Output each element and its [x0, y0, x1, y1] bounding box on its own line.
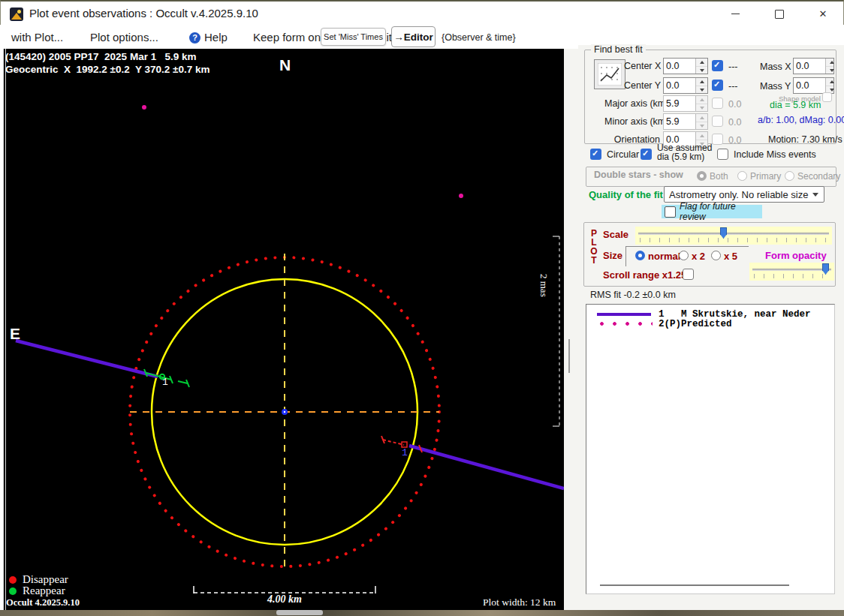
center-y-down-button[interactable] [696, 86, 707, 94]
scale-slider-thumb[interactable] [720, 227, 727, 239]
reappear-dot-icon [9, 587, 17, 595]
double-stars-both-radio [697, 171, 707, 181]
size-x5-radio[interactable] [711, 251, 721, 260]
scroll-range-checkbox[interactable] [683, 269, 694, 280]
include-miss-checkbox[interactable] [717, 149, 728, 160]
use-assumed-checkbox[interactable] [641, 149, 652, 160]
center-x-input[interactable] [664, 59, 695, 74]
orientation-checkbox [712, 134, 723, 145]
plot-canvas[interactable]: (145420) 2005 PP17 2025 Mar 1 5.9 kmGeoc… [3, 49, 564, 610]
center-y-up-button[interactable] [696, 78, 707, 86]
minimize-button[interactable] [718, 2, 752, 26]
list-bottom-rule [600, 584, 789, 586]
mass-x-up-button[interactable] [826, 59, 833, 67]
close-button[interactable]: ✕ [806, 2, 840, 26]
observation-2-name: Predicted [681, 319, 732, 329]
center-y-label: Center Y [624, 80, 660, 91]
mass-y-up-button[interactable] [826, 78, 833, 86]
close-icon: ✕ [819, 8, 827, 20]
major-axis-checkbox [712, 98, 723, 109]
mass-x-input[interactable] [794, 59, 825, 74]
chevron-down-icon [812, 193, 818, 197]
double-stars-group: Double stars - show Both Primary Seconda… [586, 167, 836, 187]
center-x-down-button[interactable] [696, 67, 707, 74]
menu-plot-options[interactable]: Plot options... [90, 31, 158, 44]
motion-label: Motion: 7.30 km/s [768, 134, 842, 145]
taskbar-fragment [276, 610, 323, 615]
observations-list[interactable]: 1 M Skrutskie, near Neder 2(P) Predicted [586, 304, 835, 594]
chord-left-number: 1 [162, 377, 168, 388]
maximize-icon [775, 10, 784, 19]
plot-width-label: Plot width: 12 km [483, 596, 556, 608]
double-stars-title: Double stars - show [594, 170, 683, 180]
mass-x-down-button[interactable] [826, 67, 833, 74]
quality-dropdown[interactable]: Astrometry only. No reliable size [664, 186, 824, 203]
quality-label: Quality of the fit [589, 189, 663, 200]
double-stars-primary-radio [737, 171, 747, 181]
minor-axis-label: Minor axis (km) [604, 116, 660, 127]
app-icon [10, 8, 23, 21]
middle-strip [564, 49, 578, 610]
mass-y-spinner [793, 77, 834, 94]
use-assumed-label: Use assumed dia (5.9 km) [657, 143, 712, 161]
chord-right-segment[interactable] [409, 446, 564, 488]
shape-model-checkbox [822, 92, 832, 102]
mass-y-input[interactable] [794, 78, 825, 93]
circular-label: Circular [607, 149, 639, 160]
scale-bar [194, 586, 375, 593]
major-axis-label: Major axis (km) [604, 98, 660, 109]
plot-version-label: Occult 4.2025.9.10 [6, 597, 80, 608]
form-opacity-slider[interactable] [749, 263, 834, 281]
observation-row-2[interactable]: 2(P) Predicted [586, 319, 834, 329]
best-fit-graph-icon [598, 63, 622, 86]
double-stars-secondary-label: Secondary [797, 171, 840, 182]
form-opacity-label: Form opacity [765, 250, 827, 261]
mas-scale-bracket [553, 236, 559, 426]
chord-line-swatch-solid [597, 313, 651, 316]
maximize-button[interactable] [762, 2, 797, 26]
chord-line-swatch-dotted [595, 322, 653, 326]
scale-slider-groove [638, 233, 829, 235]
center-x-up-button[interactable] [696, 59, 707, 67]
set-miss-times-button[interactable]: Set 'Miss' Times [321, 28, 386, 46]
scroll-range-label: Scroll range x1.25 [603, 269, 686, 281]
mas-scale-label: 2 mas [538, 274, 550, 297]
menu-help[interactable]: Help [204, 31, 228, 44]
scale-slider-ticks [640, 238, 829, 242]
rms-fit-label: RMS fit -0.2 ±0.0 km [590, 290, 676, 300]
size-normal-radio[interactable] [635, 251, 645, 260]
center-y-spinner [663, 77, 708, 94]
form-opacity-groove [752, 269, 831, 271]
size-x2-label: x 2 [692, 251, 705, 262]
circular-checkbox[interactable] [590, 149, 601, 160]
mass-x-spinner [793, 58, 834, 74]
menu-with-plot[interactable]: with Plot... [11, 31, 63, 44]
scale-slider[interactable] [635, 227, 832, 245]
quality-selected-value: Astrometry only. No reliable size [669, 189, 808, 200]
major-axis-up-button [696, 96, 707, 104]
east-label: E [10, 325, 20, 343]
flag-review-checkbox[interactable] [665, 206, 676, 218]
center-y-suffix: --- [728, 81, 738, 92]
plot-controls-group: P L O T Scale Size normal x 2 x 5 Form o… [583, 222, 836, 287]
center-x-checkbox[interactable] [712, 60, 723, 71]
form-opacity-thumb[interactable] [822, 263, 829, 275]
center-y-input[interactable] [664, 78, 695, 93]
major-axis-aux: 0.0 [728, 99, 741, 110]
size-label: Size [603, 250, 622, 261]
major-axis-input [664, 96, 695, 111]
best-fit-button[interactable] [594, 59, 625, 89]
mass-y-label: Mass Y [760, 81, 791, 92]
desktop-sliver [0, 610, 844, 616]
chord-left-segment[interactable] [16, 341, 158, 377]
minor-axis-input [664, 114, 695, 129]
chord-right-number: 1 [402, 447, 408, 458]
double-stars-primary-label: Primary [750, 171, 781, 182]
editor-button[interactable]: →Editor [391, 26, 436, 47]
observation-row-1[interactable]: 1 M Skrutskie, near Neder [586, 309, 834, 320]
north-label: N [279, 56, 291, 74]
middle-strip-tick [568, 339, 570, 373]
size-x2-radio[interactable] [679, 251, 689, 260]
center-y-checkbox[interactable] [712, 80, 723, 91]
minor-axis-down-button [696, 122, 707, 130]
